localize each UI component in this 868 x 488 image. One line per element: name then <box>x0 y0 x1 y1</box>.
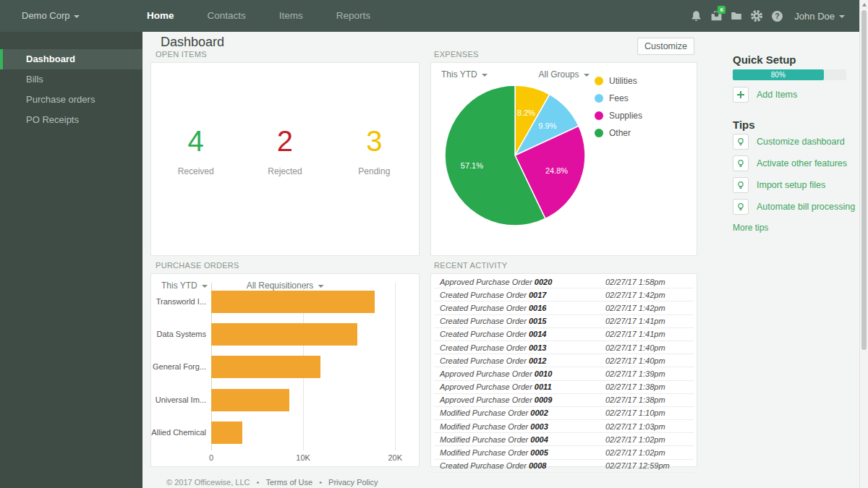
activity-row[interactable]: Created Purchase Order 001302/27/17 1:40… <box>434 341 694 354</box>
activity-row[interactable]: Created Purchase Order 001502/27/17 1:41… <box>434 315 694 328</box>
activity-row[interactable]: Created Purchase Order 000802/27/17 12:5… <box>434 460 694 473</box>
activity-order-number: 0008 <box>529 461 546 470</box>
tip-item-activate-other-features[interactable]: Activate other features <box>733 155 855 171</box>
activity-row[interactable]: Modified Purchase Order 000402/27/17 1:0… <box>434 433 694 446</box>
expenses-group-filter[interactable]: All Groups <box>538 69 589 80</box>
sidebar-item-dashboard[interactable]: Dashboard <box>0 49 142 69</box>
legend-label: Utilities <box>609 76 637 86</box>
tip-label: Activate other features <box>757 158 847 168</box>
activity-action: Modified Purchase Order 0004 <box>440 435 548 444</box>
sidebar-item-po-receipts[interactable]: PO Receipts <box>0 110 142 130</box>
lightbulb-icon <box>733 155 749 171</box>
activity-row[interactable]: Approved Purchase Order 001102/27/17 1:3… <box>434 381 694 394</box>
pie-percent-label: 8.2% <box>517 108 535 117</box>
panel-expenses: This YTD All Groups 8.2%9.9%24.8%57.1% U… <box>430 62 697 256</box>
sidebar-item-purchase-orders[interactable]: Purchase orders <box>0 90 142 110</box>
tip-item-customize-dashboard[interactable]: Customize dashboard <box>733 134 855 150</box>
activity-row[interactable]: Created Purchase Order 001202/27/17 1:40… <box>434 354 694 367</box>
folder-icon[interactable] <box>726 0 746 32</box>
nav-item-items[interactable]: Items <box>263 0 320 32</box>
inbox-icon[interactable]: 6 <box>706 0 726 32</box>
activity-order-number: 0011 <box>535 382 552 391</box>
chevron-down-icon <box>839 15 845 18</box>
bar-category-label: Allied Chemical <box>151 416 206 449</box>
chevron-down-icon <box>584 74 590 77</box>
activity-row[interactable]: Created Purchase Order 001402/27/17 1:41… <box>434 328 694 341</box>
activity-time: 02/27/17 1:02pm <box>605 435 665 444</box>
activity-order-number: 0014 <box>529 330 546 338</box>
tip-label: Automate bill processing <box>757 202 855 212</box>
activity-row[interactable]: Approved Purchase Order 002002/27/17 1:5… <box>434 275 694 288</box>
legend-item-utilities[interactable]: Utilities <box>595 76 642 86</box>
bar-transworld-i <box>211 291 375 313</box>
legend-item-other[interactable]: Other <box>595 128 642 138</box>
legend-item-supplies[interactable]: Supplies <box>595 111 642 121</box>
scrollbar-up-arrow[interactable] <box>862 3 867 7</box>
activity-row[interactable]: Modified Purchase Order 000302/27/17 1:0… <box>434 420 694 433</box>
panel-open-items: 4Received2Rejected3Pending <box>150 62 420 256</box>
gear-icon[interactable] <box>746 0 767 32</box>
panel-purchase-orders: This YTD All Requisitioners Transworld I… <box>150 273 420 467</box>
nav-item-contacts[interactable]: Contacts <box>191 0 263 32</box>
expenses-period-filter[interactable]: This YTD <box>441 69 488 80</box>
user-menu[interactable]: John Doe <box>794 11 845 22</box>
activity-time: 02/27/17 1:42pm <box>605 291 665 299</box>
bell-icon[interactable] <box>686 0 706 32</box>
topbar-icons: 6 ? John Doe <box>686 0 845 32</box>
nav-item-reports[interactable]: Reports <box>320 0 387 32</box>
activity-time: 02/27/17 1:38pm <box>605 382 665 391</box>
stat-received: 4Received <box>152 127 240 176</box>
svg-text:?: ? <box>775 12 779 20</box>
scrollbar[interactable] <box>859 0 868 488</box>
add-items-button[interactable]: Add Items <box>733 87 797 103</box>
activity-order-number: 0010 <box>535 369 552 378</box>
pie-percent-label: 57.1% <box>461 161 483 170</box>
bar-allied-chemical <box>211 421 242 444</box>
user-name: John Doe <box>794 11 835 22</box>
main-nav: HomeContactsItemsReports <box>130 0 387 32</box>
activity-order-number: 0020 <box>535 278 552 286</box>
bar-row-general-forg: General Forg... <box>151 351 419 383</box>
help-icon[interactable]: ? <box>767 0 787 32</box>
pie-percent-label: 9.9% <box>538 121 556 130</box>
activity-time: 02/27/17 12:59pm <box>605 461 670 470</box>
add-items-label: Add Items <box>757 90 797 100</box>
pie-percent-label: 24.8% <box>545 166 568 175</box>
legend-item-fees[interactable]: Fees <box>595 93 642 103</box>
scrollbar-thumb[interactable] <box>861 10 867 350</box>
stat-label-rejected: Rejected <box>241 166 329 176</box>
activity-time: 02/27/17 1:10pm <box>605 408 665 417</box>
chevron-down-icon <box>74 15 80 18</box>
activity-row[interactable]: Created Purchase Order 001602/27/17 1:42… <box>434 301 694 314</box>
activity-order-number: 0003 <box>530 422 548 431</box>
activity-order-number: 0009 <box>535 395 552 404</box>
footer: © 2017 Officewise, LLC•Terms of Use•Priv… <box>166 478 378 487</box>
activity-order-number: 0016 <box>529 304 546 312</box>
legend-dot-supplies <box>595 111 603 120</box>
activity-row[interactable]: Modified Purchase Order 000202/27/17 1:1… <box>434 407 694 420</box>
activity-row[interactable]: Modified Purchase Order 000502/27/17 1:0… <box>434 446 694 459</box>
footer-link-privacy-policy[interactable]: Privacy Policy <box>328 478 378 487</box>
footer-separator: • <box>319 478 322 487</box>
recent-activity-list: Approved Purchase Order 002002/27/17 1:5… <box>434 275 694 473</box>
activity-order-number: 0017 <box>529 291 546 299</box>
po-bar-chart: Transworld I...Data SystemsGeneral Forg.… <box>151 286 419 449</box>
tip-item-import-setup-files[interactable]: Import setup files <box>733 177 855 193</box>
sidebar: DashboardBillsPurchase ordersPO Receipts <box>0 32 142 488</box>
activity-row[interactable]: Approved Purchase Order 001002/27/17 1:3… <box>434 367 694 380</box>
more-tips-link[interactable]: More tips <box>733 223 768 233</box>
stat-value-pending: 3 <box>330 127 418 155</box>
company-menu[interactable]: Demo Corp <box>22 0 80 32</box>
footer-link-terms-of-use[interactable]: Terms of Use <box>265 478 312 487</box>
customize-button[interactable]: Customize <box>637 38 694 55</box>
activity-row[interactable]: Created Purchase Order 001702/27/17 1:42… <box>434 288 694 301</box>
tip-item-automate-bill-processing[interactable]: Automate bill processing <box>733 199 855 215</box>
dashboard-page: { "topbar": { "company": "Demo Corp", "n… <box>0 0 868 488</box>
footer-separator: • <box>257 478 260 487</box>
nav-item-home[interactable]: Home <box>130 0 191 32</box>
sidebar-item-bills[interactable]: Bills <box>0 69 142 90</box>
activity-time: 02/27/17 1:41pm <box>605 317 665 325</box>
expenses-pie-chart: 8.2%9.9%24.8%57.1% <box>441 82 589 229</box>
activity-action: Modified Purchase Order 0005 <box>440 448 548 457</box>
activity-row[interactable]: Approved Purchase Order 000902/27/17 1:3… <box>434 394 694 407</box>
